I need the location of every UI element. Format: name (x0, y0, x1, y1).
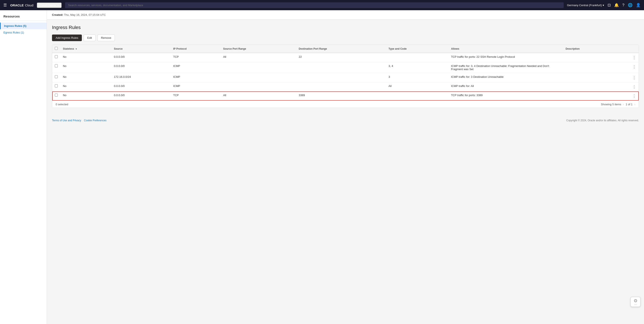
row-checkbox-3[interactable] (55, 84, 58, 88)
top-navigation: ☰ ORACLE Cloud Cloud Classic > Germany C… (0, 0, 644, 10)
sidebar: Resources Ingress Rules (5) Egress Rules… (0, 10, 47, 324)
table-row: No 0.0.0.0/0 TCP All 3389 TCP traffic fo… (52, 92, 639, 100)
cell-source-port-range (220, 82, 296, 92)
oracle-logo: ORACLE Cloud (10, 4, 34, 7)
row-checkbox-cell[interactable] (52, 92, 60, 100)
bell-icon[interactable]: 🔔 (614, 3, 619, 8)
row-actions-menu[interactable]: ⋮ (614, 73, 639, 82)
row-checkbox-1[interactable] (55, 64, 58, 67)
cell-ip-protocol: TCP (171, 92, 220, 100)
cell-description (563, 82, 614, 92)
row-actions-menu[interactable]: ⋮ (614, 92, 639, 100)
table-row: No 0.0.0.0/0 TCP All 22 TCP traffic for … (52, 53, 639, 62)
table-row: No 172.16.0.0/24 ICMP 3 ICMP traffic for… (52, 73, 639, 82)
cell-type-and-code (386, 53, 448, 62)
cell-allows: ICMP traffic for: 3, 4 Destination Unrea… (448, 62, 563, 73)
help-dots: ··· (634, 304, 636, 306)
terms-link[interactable]: Terms of Use and Privacy (52, 119, 81, 122)
row-checkbox-cell[interactable] (52, 53, 60, 62)
cell-source: 172.16.0.0/24 (111, 73, 170, 82)
select-all-checkbox[interactable] (55, 47, 58, 50)
row-checkbox-0[interactable] (55, 55, 58, 58)
cell-source: 0.0.0.0/0 (111, 62, 170, 73)
cell-source-port-range (220, 73, 296, 82)
hamburger-menu-icon[interactable]: ☰ (4, 3, 7, 8)
next-page-button[interactable]: › (634, 102, 635, 106)
showing-label: Showing 5 items (601, 103, 621, 106)
region-selector[interactable]: Germany Central (Frankfurt) ▾ (567, 4, 604, 7)
cell-source-port-range: All (220, 53, 296, 62)
selected-count: 0 selected (56, 103, 68, 106)
table-row: No 0.0.0.0/0 ICMP 3, 4 ICMP traffic for:… (52, 62, 639, 73)
cloud-text: Cloud (25, 4, 33, 7)
page-section: Ingress Rules Add Ingress Rules Edit Rem… (47, 20, 644, 113)
cell-stateless: No (60, 53, 111, 62)
cell-stateless: No (60, 82, 111, 92)
globe-icon[interactable]: 🌐 (628, 3, 632, 8)
cell-dest-port-range: 22 (296, 53, 386, 62)
remove-button[interactable]: Remove (98, 34, 115, 41)
cell-source-port-range: All (220, 92, 296, 100)
cell-dest-port-range (296, 73, 386, 82)
region-chevron-icon: ▾ (603, 4, 604, 7)
add-ingress-rules-button[interactable]: Add Ingress Rules (52, 34, 82, 41)
table-footer: 0 selected Showing 5 items ‹ 1 of 1 › (52, 100, 639, 108)
stateless-header-label: Stateless (63, 47, 74, 50)
row-checkbox-4[interactable] (55, 94, 58, 96)
cell-type-and-code: 3 (386, 73, 448, 82)
row-checkbox-cell[interactable] (52, 73, 60, 82)
cloud-classic-button[interactable]: Cloud Classic > (37, 2, 62, 8)
cell-allows: ICMP traffic for: All (448, 82, 563, 92)
cell-ip-protocol: ICMP (171, 62, 220, 73)
prev-page-button[interactable]: ‹ (623, 102, 624, 106)
global-search-input[interactable] (65, 2, 564, 8)
cell-dest-port-range (296, 82, 386, 92)
cell-type-and-code: 3, 4 (386, 62, 448, 73)
th-actions (614, 45, 639, 53)
cell-source: 0.0.0.0/0 (111, 92, 170, 100)
edit-button[interactable]: Edit (84, 34, 96, 41)
toolbar: Add Ingress Rules Edit Remove (52, 34, 639, 41)
main-content: Created: Thu, May 16, 2024, 07:15:04 UTC… (47, 10, 644, 324)
th-allows: Allows (448, 45, 563, 53)
table-header-row: Stateless ▾ Source IP Protocol Source Po… (52, 45, 639, 53)
row-actions-menu[interactable]: ⋮ (614, 62, 639, 73)
ingress-rules-table: Stateless ▾ Source IP Protocol Source Po… (52, 44, 639, 108)
cell-description (563, 73, 614, 82)
main-layout: Resources Ingress Rules (5) Egress Rules… (0, 10, 644, 324)
cookie-link[interactable]: Cookie Preferences (84, 119, 106, 122)
row-checkbox-cell[interactable] (52, 62, 60, 73)
created-label: Created: (52, 13, 63, 16)
cell-allows: TCP traffic for ports: 22 SSH Remote Log… (448, 53, 563, 62)
cell-source: 0.0.0.0/0 (111, 82, 170, 92)
row-checkbox-2[interactable] (55, 75, 58, 78)
table-row: No 0.0.0.0/0 ICMP All ICMP traffic for: … (52, 82, 639, 92)
cell-stateless: No (60, 73, 111, 82)
sort-arrow-icon: ▾ (76, 48, 77, 50)
page-info: 1 of 1 (626, 103, 633, 106)
cell-description (563, 62, 614, 73)
cell-source: 0.0.0.0/0 (111, 53, 170, 62)
row-actions-menu[interactable]: ⋮ (614, 53, 639, 62)
sidebar-item-egress-rules[interactable]: Egress Rules (1) (0, 29, 47, 36)
row-checkbox-cell[interactable] (52, 82, 60, 92)
th-source: Source (111, 45, 170, 53)
th-dest-port-range: Destination Port Range (296, 45, 386, 53)
cell-type-and-code: All (386, 82, 448, 92)
help-float-button[interactable]: ⊙ ··· (630, 297, 640, 307)
help-icon[interactable]: ? (622, 3, 624, 8)
created-value: Thu, May 16, 2024, 07:15:04 UTC (64, 13, 106, 16)
select-all-checkbox-header[interactable] (52, 45, 60, 53)
cell-ip-protocol: ICMP (171, 82, 220, 92)
row-actions-menu[interactable]: ⋮ (614, 82, 639, 92)
cell-description (563, 92, 614, 100)
user-avatar-icon[interactable]: 👤 (636, 3, 640, 8)
cell-ip-protocol: TCP (171, 53, 220, 62)
th-type-and-code: Type and Code (386, 45, 448, 53)
cell-stateless: No (60, 92, 111, 100)
cell-type-and-code (386, 92, 448, 100)
terminal-icon[interactable]: ⊡ (608, 3, 611, 8)
sidebar-item-ingress-rules[interactable]: Ingress Rules (5) (0, 22, 47, 29)
th-stateless[interactable]: Stateless ▾ (60, 45, 111, 53)
nav-right-section: Germany Central (Frankfurt) ▾ ⊡ 🔔 ? 🌐 👤 (567, 3, 640, 8)
